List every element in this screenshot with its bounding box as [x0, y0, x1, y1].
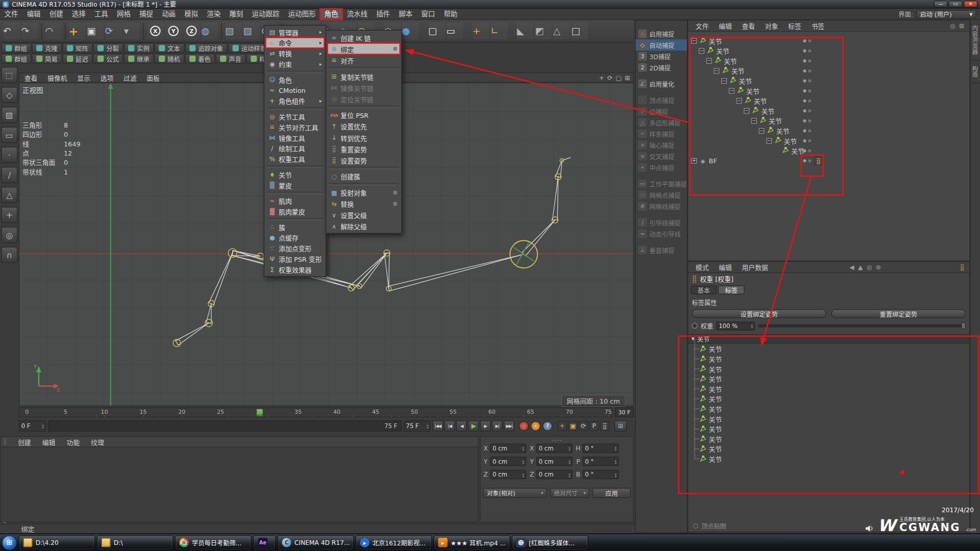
visibility-dots[interactable] — [803, 69, 811, 72]
toolbar-button[interactable]: Y — [165, 22, 182, 39]
snap-option[interactable]: • 中点捕捉 — [635, 162, 687, 173]
command-menu-item[interactable]: ▸ ⊛ — [329, 167, 399, 169]
menubar-item[interactable]: 选择 — [67, 9, 90, 19]
material-menu-item[interactable]: 功能 — [61, 437, 86, 446]
command-menu-item[interactable]: ▦ 投射对象 ▸ ⊛ — [328, 187, 400, 198]
toolbar-button[interactable]: □ — [571, 22, 588, 39]
timeline-layout-button[interactable]: ⊞ — [615, 420, 627, 431]
menubar-item[interactable]: 雕刻 — [225, 9, 248, 19]
visibility-dots[interactable] — [803, 39, 811, 42]
record-button[interactable]: ? — [543, 421, 553, 431]
command-menu-item[interactable]: ↓ 转到优先 ▸ ⊛ — [328, 132, 400, 143]
object-tree-row[interactable]: − ◈ 关节 ⣿ — [688, 126, 969, 136]
menubar-item[interactable]: 运动跟踪 — [248, 9, 284, 19]
viewport-nav-icon[interactable]: ⟳ — [607, 74, 612, 81]
toolbar-button[interactable]: + — [69, 22, 86, 39]
taskbar-button[interactable]: ▶ 北京1612期影视... — [356, 535, 432, 550]
snap-option[interactable]: # 网格线捕捉 — [635, 201, 687, 212]
character-menu-item[interactable]: ☺ 角色 ▸ ⊛ — [265, 74, 324, 85]
visibility-dots[interactable] — [803, 109, 811, 112]
character-menu-item[interactable]: ▸ ⊛ — [267, 218, 323, 220]
menubar-item[interactable]: 插件 — [372, 9, 395, 19]
object-tree-row[interactable]: − ◈ 关节 ⣿ — [688, 95, 969, 106]
palette-button[interactable]: 群组 — [1, 43, 31, 53]
palette-button[interactable]: 群组 — [1, 54, 31, 64]
snap-option[interactable]: × 交叉捕捉 — [635, 151, 687, 162]
current-frame-field[interactable]: 30 F — [615, 407, 634, 417]
object-tree-row[interactable]: − ◈ 关节 ⣿ — [688, 45, 969, 56]
character-menu-item[interactable]: ♦ 关节 ▸ ⊛ — [265, 169, 324, 180]
command-menu-item[interactable]: ∨ 设置父级 ▸ ⊛ — [328, 209, 400, 220]
character-menu-item[interactable]: ▸ ⊛ — [267, 192, 323, 194]
menubar-item[interactable]: 窗口 — [417, 9, 439, 19]
palette-button[interactable]: 克隆 — [32, 43, 62, 53]
radio-icon[interactable] — [692, 323, 698, 329]
character-menu-item[interactable]: ≡ 关节对齐工具 ▸ ⊛ — [265, 122, 324, 133]
object-manager-menu-item[interactable]: 查看 — [737, 21, 760, 31]
command-menu-item[interactable]: ▸ ⊛ — [329, 106, 399, 108]
palette-button[interactable]: 随机 — [154, 54, 184, 64]
palette-button[interactable]: 声音 — [215, 54, 246, 64]
record-button[interactable] — [519, 421, 529, 431]
command-menu-item[interactable]: ⊞ 复制关节链 ▸ ⊛ — [328, 70, 400, 82]
size-mode-dropdown[interactable]: 绝对尺寸▾ — [550, 488, 590, 498]
end-frame-spinner[interactable]: 75 F▴▾ — [403, 420, 430, 431]
palette-button[interactable]: 简易 — [32, 54, 62, 64]
menubar-item[interactable]: 动画 — [158, 9, 180, 19]
snap-option[interactable]: 2 2D捕捉 — [635, 62, 687, 73]
weight-slider[interactable] — [758, 324, 966, 328]
command-menu-item[interactable]: ⇆ 替换 ▸ ⊛ — [328, 198, 400, 209]
bound-joint-row[interactable]: 关节 — [688, 364, 969, 374]
record-button[interactable]: ◦ — [531, 421, 541, 431]
material-menu-item[interactable]: 纹理 — [85, 437, 110, 446]
dock-tool-button[interactable]: ∕ — [1, 167, 17, 183]
transform-mode-dropdown[interactable]: 对象(相对)▾ — [483, 488, 547, 498]
menubar-item[interactable]: 模拟 — [180, 9, 203, 19]
menubar-item[interactable]: 运动图形 — [284, 9, 320, 19]
vertical-panel-tab[interactable]: 构造 — [971, 60, 980, 83]
dock-tool-button[interactable]: △ — [1, 187, 17, 203]
expand-toggle-icon[interactable]: − — [759, 128, 765, 133]
panel-corner-icon[interactable]: ⊠ — [959, 22, 964, 29]
character-menu-item[interactable]: ◎ 关节工具 ▸ ⊛ — [265, 111, 324, 122]
toolbar-button[interactable]: Z — [183, 22, 200, 39]
visibility-dots[interactable] — [803, 149, 811, 152]
character-menu-item[interactable]: ∵ 添加点变形 ▸ ⊛ — [265, 243, 324, 254]
expand-toggle-icon[interactable]: − — [766, 138, 772, 143]
visibility-dots[interactable] — [803, 159, 811, 162]
gear-icon[interactable]: ⊛ — [393, 45, 398, 52]
viewport-menu-item[interactable]: 过滤 — [118, 73, 141, 82]
expand-toggle-icon[interactable]: − — [691, 38, 697, 43]
bound-joint-row[interactable]: 关节 — [688, 354, 969, 364]
character-menu-item[interactable]: ◉ 约束 ▸ ⊛ — [265, 59, 324, 69]
panel-grip-icon[interactable]: ⣿ — [3, 439, 7, 445]
snap-option[interactable]: ∕ 边捕捉 — [635, 106, 687, 117]
character-menu-item[interactable]: ▸ ⊛ — [267, 70, 323, 73]
attribute-tab[interactable]: 基本 — [691, 286, 717, 294]
dock-tool-button[interactable]: ⬚ — [1, 67, 17, 83]
viewport-nav-icon[interactable]: ▢ — [616, 74, 622, 81]
rotation-field[interactable]: 0 °▴▾ — [582, 470, 619, 479]
snap-option[interactable]: 3 3D捕捉 — [635, 51, 687, 62]
visibility-dots[interactable] — [803, 129, 811, 132]
viewport-menu-item[interactable]: 显示 — [72, 73, 95, 82]
object-tree-row[interactable]: − ◈ 关节 ⣿ — [688, 86, 969, 96]
expand-toggle-icon[interactable]: − — [751, 118, 757, 123]
attribute-nav-icon[interactable]: ▲ — [858, 264, 863, 270]
command-menu-item[interactable]: ≡ 对齐 ▸ ⊛ — [328, 55, 400, 66]
rotation-field[interactable]: 0 °▴▾ — [582, 457, 619, 466]
viewport-nav-icon[interactable]: ⊞ — [625, 74, 630, 81]
character-menu-item[interactable]: ⋈ 镜像工具 ▸ ⊛ — [265, 133, 324, 143]
taskbar-button[interactable]: D:\ — [97, 535, 173, 550]
toolbar-button[interactable]: ▣ — [87, 22, 104, 39]
snap-option[interactable]: ∷ 网格点捕捉 — [635, 189, 687, 201]
expand-toggle-icon[interactable]: − — [699, 48, 704, 54]
character-menu-item[interactable]: + 角色组件 ▸ ⊛ — [265, 95, 324, 106]
transport-button[interactable]: ▶▶| — [504, 420, 514, 431]
object-manager-menu-item[interactable]: 标签 — [783, 21, 806, 31]
object-tree-row[interactable]: − ◈ 关节 ⣿ — [688, 66, 969, 76]
snap-option[interactable]: ~ 样条捕捉 — [635, 128, 687, 139]
toolbar-button[interactable]: ● — [402, 22, 419, 39]
dock-tool-button[interactable]: · — [1, 147, 17, 163]
palette-button[interactable]: 文本 — [154, 43, 184, 53]
